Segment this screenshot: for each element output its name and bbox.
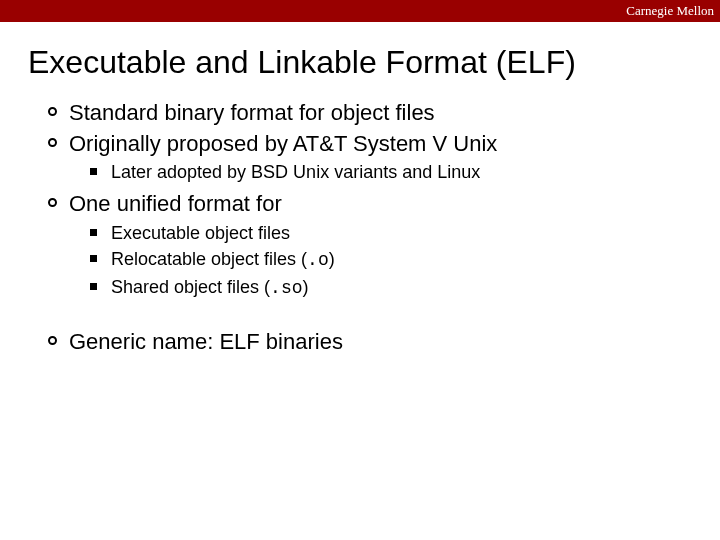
sub-bullet-list: Executable object files Relocatable obje… bbox=[90, 221, 720, 300]
bullet-text: One unified format for bbox=[69, 190, 282, 219]
slide-title: Executable and Linkable Format (ELF) bbox=[28, 44, 720, 81]
bullet-list: One unified format for bbox=[48, 190, 720, 219]
bullet-text: Generic name: ELF binaries bbox=[69, 328, 343, 357]
square-bullet-icon bbox=[90, 229, 97, 236]
text-fragment: Relocatable object files ( bbox=[111, 249, 307, 269]
sub-bullet-list: Later adopted by BSD Unix variants and L… bbox=[90, 160, 720, 184]
sub-bullet-item: Executable object files bbox=[90, 221, 720, 245]
text-fragment: ) bbox=[303, 277, 309, 297]
bullet-item: Standard binary format for object files bbox=[48, 99, 720, 128]
sub-bullet-item: Later adopted by BSD Unix variants and L… bbox=[90, 160, 720, 184]
bullet-item: One unified format for bbox=[48, 190, 720, 219]
sub-bullet-text: Executable object files bbox=[111, 221, 290, 245]
bullet-list: Generic name: ELF binaries bbox=[48, 328, 720, 357]
bullet-text: Originally proposed by AT&T System V Uni… bbox=[69, 130, 497, 159]
code-fragment: .o bbox=[307, 250, 329, 270]
circle-bullet-icon bbox=[48, 198, 57, 207]
brand-label: Carnegie Mellon bbox=[626, 3, 714, 19]
bullet-item: Originally proposed by AT&T System V Uni… bbox=[48, 130, 720, 159]
code-fragment: .so bbox=[270, 278, 302, 298]
bullet-text: Standard binary format for object files bbox=[69, 99, 435, 128]
sub-bullet-text: Later adopted by BSD Unix variants and L… bbox=[111, 160, 480, 184]
text-fragment: Shared object files ( bbox=[111, 277, 270, 297]
square-bullet-icon bbox=[90, 255, 97, 262]
header-bar: Carnegie Mellon bbox=[0, 0, 720, 22]
sub-bullet-item: Relocatable object files (.o) bbox=[90, 247, 720, 272]
bullet-list: Standard binary format for object files … bbox=[48, 99, 720, 158]
square-bullet-icon bbox=[90, 283, 97, 290]
bullet-item: Generic name: ELF binaries bbox=[48, 328, 720, 357]
text-fragment: ) bbox=[329, 249, 335, 269]
sub-bullet-text: Relocatable object files (.o) bbox=[111, 247, 335, 272]
sub-bullet-text: Shared object files (.so) bbox=[111, 275, 309, 300]
circle-bullet-icon bbox=[48, 138, 57, 147]
sub-bullet-item: Shared object files (.so) bbox=[90, 275, 720, 300]
circle-bullet-icon bbox=[48, 107, 57, 116]
circle-bullet-icon bbox=[48, 336, 57, 345]
square-bullet-icon bbox=[90, 168, 97, 175]
